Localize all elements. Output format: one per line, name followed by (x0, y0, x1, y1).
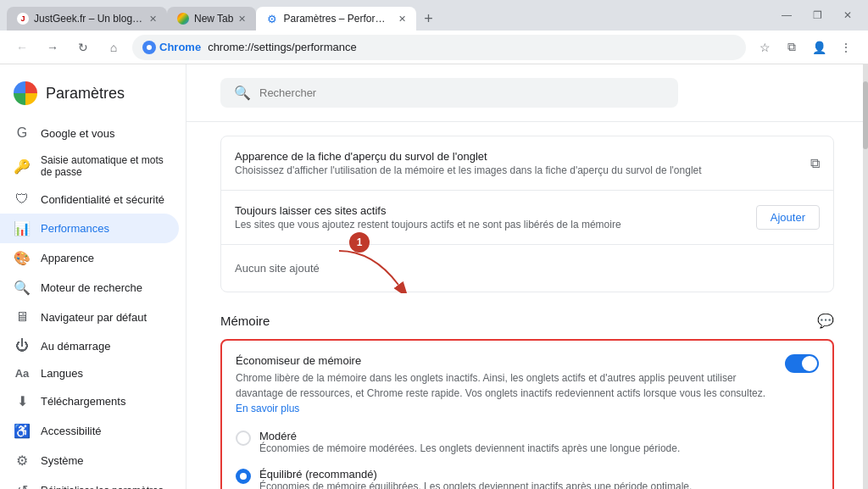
minimize-button[interactable]: — (773, 3, 800, 27)
forward-button[interactable]: → (41, 36, 64, 59)
tab1-favicon: J (17, 13, 29, 25)
accessibility-icon: ♿ (14, 423, 31, 439)
nav-icons: ☆ ⧉ 👤 ⋮ (753, 36, 858, 59)
sidebar-label-appearance: Apparence (41, 252, 94, 264)
apercu-content: Apparence de la fiche d'aperçu du survol… (235, 150, 810, 176)
en-savoir-plus-link[interactable]: En savoir plus (236, 403, 299, 414)
sidebar-item-reset[interactable]: ↺ Réinitialiser les paramètres (0, 475, 179, 489)
toujours-title: Toujours laisser ces sites actifs (235, 204, 756, 217)
radio-equilibre[interactable]: Équilibré (recommandé) Économies de mémo… (236, 461, 819, 489)
appearance-icon: 🎨 (14, 250, 31, 266)
sidebar-item-startup[interactable]: ⏻ Au démarrage (0, 331, 179, 360)
chrome-label: Chrome (159, 41, 201, 53)
memoire-section-header: Mémoire 💬 (186, 306, 868, 332)
sidebar-item-system[interactable]: ⚙ Système (0, 446, 179, 475)
sidebar-item-accessibility[interactable]: ♿ Accessibilité (0, 416, 179, 446)
navbar: ← → ↻ ⌂ Chrome chrome://settings/perform… (0, 31, 868, 64)
scrollbar-track (863, 64, 868, 489)
new-tab-button[interactable]: + (416, 7, 440, 31)
tab3-title: Paramètres – Performances (283, 13, 393, 25)
tab-justgeek[interactable]: J JustGeek.fr – Un blog geek et h... ✕ (7, 7, 167, 31)
menu-button[interactable]: ⋮ (834, 36, 858, 59)
sidebar-item-downloads[interactable]: ⬇ Téléchargements (0, 386, 179, 416)
radio-btn-modere[interactable] (236, 431, 251, 446)
tab-bar: J JustGeek.fr – Un blog geek et h... ✕ N… (7, 0, 770, 31)
titlebar: J JustGeek.fr – Un blog geek et h... ✕ N… (0, 0, 868, 31)
svg-point-1 (147, 45, 152, 50)
tab-parametres[interactable]: ⚙ Paramètres – Performances ✕ (256, 7, 416, 31)
toujours-content: Toujours laisser ces sites actifs Les si… (235, 204, 756, 231)
tab3-close[interactable]: ✕ (398, 14, 406, 25)
sidebar-header: Paramètres (0, 75, 186, 119)
economiseur-toggle[interactable] (785, 354, 819, 373)
sidebar-label-system: Système (41, 454, 84, 467)
scrollbar-thumb[interactable] (863, 81, 868, 149)
settings-title: Paramètres (46, 85, 125, 103)
external-link-icon[interactable]: ⧉ (810, 156, 820, 171)
sidebar-label-startup: Au démarrage (41, 340, 110, 353)
languages-icon: Aa (14, 367, 31, 380)
radio-modere-content: Modéré Économies de mémoire modérées. Le… (259, 430, 680, 454)
radio-modere-label: Modéré (259, 430, 680, 442)
download-icon: ⬇ (14, 393, 31, 409)
sidebar-item-performances[interactable]: 📊 Performances (0, 214, 179, 243)
radio-btn-equilibre[interactable] (236, 469, 251, 484)
profile-button[interactable]: 👤 (807, 36, 831, 59)
extensions-button[interactable]: ⧉ (780, 36, 804, 59)
sidebar-label-languages: Langues (41, 367, 83, 380)
sidebar-label-autofill: Saisie automatique et mots de passe (41, 154, 165, 178)
tab2-favicon (177, 13, 189, 25)
memory-card-header: Économiseur de mémoire Chrome libère de … (236, 354, 819, 416)
address-text: chrome://settings/performance (208, 41, 357, 53)
economiseur-desc: Chrome libère de la mémoire dans les ong… (236, 370, 771, 416)
sidebar-item-google[interactable]: G Google et vous (0, 119, 179, 147)
toujours-row: Toujours laisser ces sites actifs Les si… (221, 191, 833, 245)
memoire-title: Mémoire (220, 314, 270, 328)
search-bar-area: 🔍 (186, 64, 868, 122)
radio-modere[interactable]: Modéré Économies de mémoire modérées. Le… (236, 423, 819, 461)
economiseur-title: Économiseur de mémoire (236, 354, 771, 367)
content-wrapper: 🔍 Apparence de la fiche d'aperçu du surv… (186, 64, 868, 489)
sidebar-item-languages[interactable]: Aa Langues (0, 360, 179, 386)
chrome-logo-sidebar (14, 81, 37, 105)
ajouter-button[interactable]: Ajouter (756, 205, 820, 230)
sidebar-item-autofill[interactable]: 🔑 Saisie automatique et mots de passe (0, 147, 179, 185)
tab1-title: JustGeek.fr – Un blog geek et h... (34, 13, 144, 25)
memoire-icon[interactable]: 💬 (817, 313, 834, 329)
address-bar[interactable]: Chrome chrome://settings/performance (132, 35, 746, 60)
back-button[interactable]: ← (10, 36, 34, 59)
shield-icon: 🛡 (14, 192, 31, 207)
sidebar: Paramètres G Google et vous 🔑 Saisie aut… (0, 64, 186, 489)
sidebar-item-privacy[interactable]: 🛡 Confidentialité et sécurité (0, 185, 179, 214)
sidebar-item-appearance[interactable]: 🎨 Apparence (0, 243, 179, 273)
tab3-favicon: ⚙ (266, 13, 278, 25)
browser-icon: 🖥 (14, 309, 31, 325)
tab2-close[interactable]: ✕ (238, 14, 246, 25)
radio-options: Modéré Économies de mémoire modérées. Le… (236, 423, 819, 489)
content-area: 🔍 Apparence de la fiche d'aperçu du surv… (186, 64, 868, 489)
sidebar-label-accessibility: Accessibilité (41, 425, 102, 437)
search-icon: 🔍 (234, 85, 251, 101)
no-site-label: Aucun site ajouté (235, 258, 320, 278)
close-button[interactable]: ✕ (834, 3, 861, 27)
reload-button[interactable]: ↻ (71, 36, 95, 59)
radio-equilibre-content: Équilibré (recommandé) Économies de mémo… (259, 468, 692, 489)
sidebar-item-search[interactable]: 🔍 Moteur de recherche (0, 273, 179, 303)
sidebar-label-search: Moteur de recherche (41, 281, 142, 294)
apercu-title: Apparence de la fiche d'aperçu du survol… (235, 150, 810, 163)
window-controls: — ❐ ✕ (773, 3, 861, 27)
radio-equilibre-desc: Économies de mémoire équilibrées. Les on… (259, 481, 692, 489)
startup-icon: ⏻ (14, 338, 31, 353)
apercu-row: Apparence de la fiche d'aperçu du survol… (221, 136, 833, 191)
bookmark-button[interactable]: ☆ (753, 36, 776, 59)
performance-icon: 📊 (14, 220, 31, 236)
maximize-button[interactable]: ❐ (804, 3, 831, 27)
top-settings-card: Apparence de la fiche d'aperçu du survol… (220, 136, 834, 292)
tab-newtab[interactable]: New Tab ✕ (167, 7, 256, 31)
sidebar-item-browser[interactable]: 🖥 Navigateur par défaut (0, 303, 179, 331)
tab1-close[interactable]: ✕ (149, 14, 157, 25)
tab2-title: New Tab (194, 13, 233, 25)
search-input[interactable] (259, 86, 665, 99)
home-button[interactable]: ⌂ (102, 36, 125, 59)
reset-icon: ↺ (14, 482, 31, 489)
